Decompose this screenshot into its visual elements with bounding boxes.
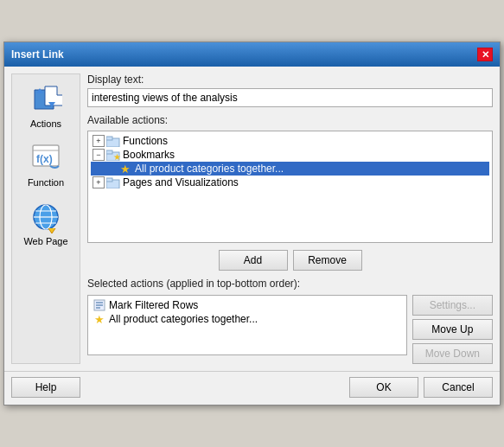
move-up-button[interactable]: Move Up [412, 319, 493, 340]
selected-actions-row: Mark Filtered Rows ★ All product categor… [87, 295, 493, 364]
function-icon: f(x) [29, 141, 63, 176]
svg-rect-13 [106, 137, 112, 140]
folder-functions-icon [106, 135, 120, 147]
title-bar: Insert Link ✕ [4, 42, 500, 67]
add-remove-row: Add Remove [87, 250, 493, 271]
main-content: Display text: Available actions: + [87, 73, 493, 364]
tree-item-all-product[interactable]: · ★ All product categories together... [91, 162, 489, 176]
folder-pages-icon [106, 176, 120, 188]
sidebar-item-function[interactable]: f(x) Function [15, 137, 77, 192]
expand-pages[interactable]: + [93, 176, 105, 188]
list-item-mark-filtered-label: Mark Filtered Rows [109, 299, 198, 311]
side-buttons: Settings... Move Up Move Down [412, 295, 493, 364]
selected-actions-list[interactable]: Mark Filtered Rows ★ All product categor… [87, 295, 407, 355]
svg-rect-18 [106, 178, 112, 182]
sidebar-item-actions[interactable]: Actions [15, 78, 77, 133]
tree-item-bookmarks-label: Bookmarks [123, 149, 175, 161]
display-text-label: Display text: [87, 73, 493, 86]
expand-functions[interactable]: + [93, 135, 105, 147]
remove-button[interactable]: Remove [293, 250, 362, 271]
actions-icon [29, 82, 63, 117]
insert-link-dialog: Insert Link ✕ Actions [3, 42, 501, 405]
star-list-icon: ★ [93, 313, 106, 325]
tree-item-pages-label: Pages and Visualizations [123, 176, 239, 188]
tree-item-functions-label: Functions [123, 135, 168, 147]
tree-item-pages[interactable]: + Pages and Visualizations [91, 176, 489, 189]
expand-bookmarks[interactable]: − [93, 149, 105, 161]
available-actions-tree[interactable]: + Functions − [87, 131, 493, 243]
sidebar-item-function-label: Function [28, 177, 64, 188]
selected-actions-section: Selected actions (applied in top-bottom … [87, 278, 493, 364]
display-text-input[interactable] [87, 88, 493, 107]
cancel-button[interactable]: Cancel [424, 377, 493, 398]
sidebar-item-webpage[interactable]: Web Page [15, 195, 77, 251]
settings-button[interactable]: Settings... [412, 295, 493, 316]
tree-item-bookmarks[interactable]: − ★ Bookmarks [91, 148, 489, 162]
help-button[interactable]: Help [11, 377, 80, 398]
move-down-button[interactable]: Move Down [412, 343, 493, 364]
dialog-body: Actions f(x) Function [4, 67, 500, 371]
tree-item-functions[interactable]: + Functions [91, 134, 489, 148]
svg-rect-15 [106, 150, 112, 154]
available-actions-label: Available actions: [87, 114, 493, 126]
star-allproduct-icon: ★ [118, 163, 132, 175]
tree-item-allproduct-label: All product categories together... [135, 163, 284, 175]
sidebar-item-webpage-label: Web Page [23, 236, 67, 246]
selected-actions-label: Selected actions (applied in top-bottom … [87, 278, 493, 290]
webpage-icon [29, 200, 63, 234]
list-item-mark-filtered[interactable]: Mark Filtered Rows [91, 298, 404, 312]
folder-bookmarks-icon: ★ [106, 149, 120, 161]
ok-button[interactable]: OK [349, 377, 418, 398]
list-item-allproduct-label: All product categories together... [109, 313, 258, 325]
sidebar: Actions f(x) Function [11, 73, 80, 364]
svg-text:f(x): f(x) [36, 153, 53, 165]
sidebar-item-actions-label: Actions [30, 118, 61, 129]
footer: Help OK Cancel [4, 371, 500, 405]
svg-text:★: ★ [113, 152, 120, 161]
doc-mark-icon [93, 299, 106, 311]
footer-right: OK Cancel [349, 377, 493, 398]
close-button[interactable]: ✕ [477, 48, 493, 61]
add-button[interactable]: Add [219, 250, 288, 271]
dialog-title: Insert Link [11, 48, 64, 61]
display-text-group: Display text: [87, 73, 493, 107]
list-item-allproduct[interactable]: ★ All product categories together... [91, 312, 404, 326]
available-actions-group: Available actions: + Functions [87, 114, 493, 243]
